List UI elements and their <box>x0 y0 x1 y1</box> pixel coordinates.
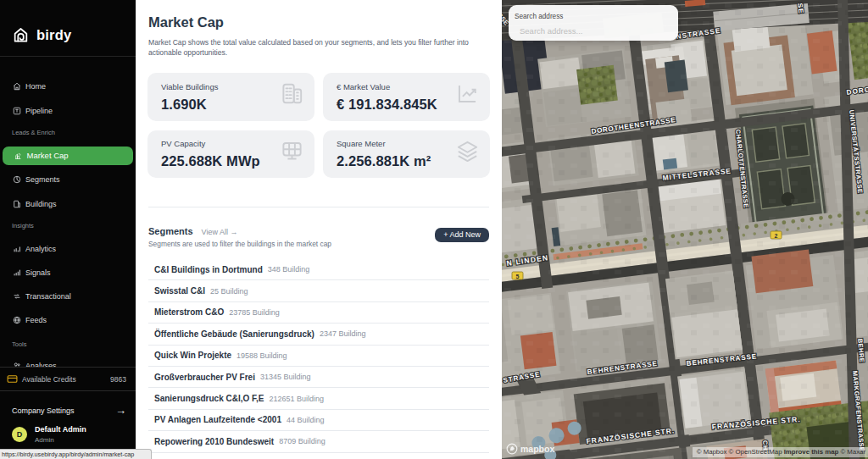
svg-text:2: 2 <box>775 233 778 239</box>
svg-text:5: 5 <box>516 274 520 279</box>
svg-text:SE: SE <box>796 3 805 14</box>
